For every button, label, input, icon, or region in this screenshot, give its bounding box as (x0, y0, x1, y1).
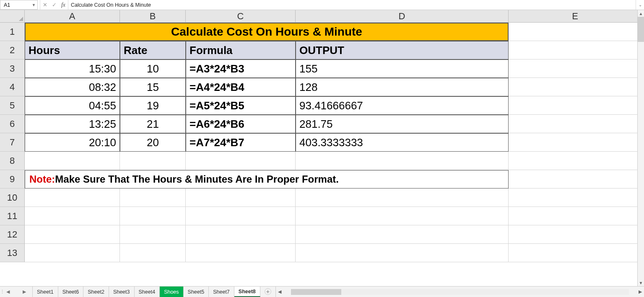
cell[interactable] (296, 152, 509, 170)
formula-bar-input[interactable]: Calculate Cost On Hours & Minute (68, 0, 636, 10)
scroll-down-icon[interactable]: ▼ (638, 279, 644, 286)
cell-output[interactable]: 403.3333333 (296, 133, 509, 152)
row-header[interactable]: 2 (0, 41, 25, 59)
row-header[interactable]: 9 (0, 170, 25, 189)
cell-hours[interactable]: 04:55 (25, 96, 120, 115)
enter-icon[interactable]: ✓ (49, 0, 59, 10)
cell[interactable] (120, 207, 186, 225)
cell[interactable] (296, 189, 509, 207)
scroll-track[interactable] (638, 17, 644, 279)
sheet-tab[interactable]: Shoes (160, 287, 183, 297)
scroll-thumb[interactable] (291, 289, 341, 295)
row-header[interactable]: 3 (0, 59, 25, 78)
cell[interactable] (25, 152, 120, 170)
sheet-tab[interactable]: Sheet1 (33, 287, 58, 297)
cell-formula[interactable]: =A6*24*B6 (186, 115, 296, 133)
fx-icon[interactable]: fx (59, 0, 68, 10)
scroll-up-icon[interactable]: ▲ (638, 10, 644, 17)
cell-rate[interactable]: 10 (120, 59, 186, 78)
cell[interactable] (509, 96, 642, 115)
horizontal-scrollbar[interactable]: ⋮ ◀ ▶ (275, 287, 644, 297)
cell[interactable] (25, 207, 120, 225)
add-sheet-icon[interactable]: + (265, 288, 271, 295)
sheet-tab[interactable]: Sheet2 (83, 287, 109, 297)
cell[interactable] (120, 225, 186, 244)
cell[interactable] (509, 78, 642, 96)
vertical-scrollbar[interactable]: ▲ ▼ (637, 10, 644, 286)
cell-output[interactable]: 93.41666667 (296, 96, 509, 115)
cell[interactable] (120, 244, 186, 262)
cell-formula[interactable]: =A5*24*B5 (186, 96, 296, 115)
cell[interactable] (296, 207, 509, 225)
cell[interactable] (25, 225, 120, 244)
cell[interactable] (509, 115, 642, 133)
cell[interactable] (509, 59, 642, 78)
row-header[interactable]: 12 (0, 225, 25, 244)
cell-formula[interactable]: =A7*24*B7 (186, 133, 296, 152)
row-header[interactable]: 11 (0, 207, 25, 225)
cell[interactable] (509, 207, 642, 225)
sheet-tab[interactable]: Sheet4 (135, 287, 160, 297)
expand-formula-bar-icon[interactable]: ⌄ (636, 0, 644, 10)
cell-rate[interactable]: 19 (120, 96, 186, 115)
row-header[interactable]: 6 (0, 115, 25, 133)
cell[interactable] (509, 189, 642, 207)
tab-nav-next-icon[interactable]: ▶ (23, 289, 26, 294)
row-header[interactable]: 8 (0, 152, 25, 170)
col-header-c[interactable]: C (186, 10, 296, 22)
cell-rate[interactable]: 20 (120, 133, 186, 152)
row-header[interactable]: 4 (0, 78, 25, 96)
cell-rate[interactable]: 21 (120, 115, 186, 133)
cell-formula[interactable]: =A3*24*B3 (186, 59, 296, 78)
cell-formula[interactable]: =A4*24*B4 (186, 78, 296, 96)
row-header[interactable]: 10 (0, 189, 25, 207)
tab-split-handle[interactable]: ⋮ (0, 289, 4, 294)
cell-output[interactable]: 128 (296, 78, 509, 96)
sheet-tab[interactable]: Sheet7 (209, 287, 234, 297)
header-formula[interactable]: Formula (186, 41, 296, 59)
cell[interactable] (509, 244, 642, 262)
cell[interactable] (296, 225, 509, 244)
tab-nav-prev-icon[interactable]: ◀ (6, 289, 10, 294)
cell-hours[interactable]: 20:10 (25, 133, 120, 152)
sheet-tab[interactable]: Sheet6 (58, 287, 84, 297)
sheet-tab-active[interactable]: Sheet8 (234, 287, 260, 297)
cell[interactable] (186, 225, 296, 244)
cell[interactable] (186, 189, 296, 207)
col-header-e[interactable]: E (509, 10, 642, 22)
cell-hours[interactable]: 08:32 (25, 78, 120, 96)
cell[interactable] (25, 244, 120, 262)
scroll-track[interactable] (291, 289, 629, 295)
chevron-down-icon[interactable]: ▼ (32, 3, 36, 7)
cell[interactable] (186, 207, 296, 225)
cell[interactable] (186, 244, 296, 262)
title-cell[interactable]: Calculate Cost On Hours & Minute (25, 23, 509, 41)
row-header[interactable]: 7 (0, 133, 25, 152)
cell[interactable] (509, 41, 642, 59)
scroll-right-icon[interactable]: ▶ (636, 289, 644, 294)
note-cell[interactable]: Note: Make Sure That The Hours & Minutes… (25, 170, 509, 189)
cell[interactable] (186, 152, 296, 170)
cell-output[interactable]: 281.75 (296, 115, 509, 133)
header-output[interactable]: OUTPUT (296, 41, 509, 59)
cell[interactable] (120, 152, 186, 170)
cell-hours[interactable]: 15:30 (25, 59, 120, 78)
select-all-corner[interactable] (0, 10, 25, 22)
cell[interactable] (120, 189, 186, 207)
cell[interactable] (509, 152, 642, 170)
name-box[interactable]: A1 ▼ (0, 0, 38, 10)
row-header[interactable]: 5 (0, 96, 25, 115)
cell-rate[interactable]: 15 (120, 78, 186, 96)
cell[interactable] (509, 225, 642, 244)
header-rate[interactable]: Rate (120, 41, 186, 59)
header-hours[interactable]: Hours (25, 41, 120, 59)
scroll-left-icon[interactable]: ◀ (276, 289, 283, 294)
row-header[interactable]: 1 (0, 23, 25, 41)
cell-output[interactable]: 155 (296, 59, 509, 78)
cell[interactable] (25, 189, 120, 207)
cell[interactable] (296, 244, 509, 262)
cell[interactable] (509, 23, 642, 41)
col-header-a[interactable]: A (25, 10, 120, 22)
col-header-b[interactable]: B (120, 10, 186, 22)
cancel-icon[interactable]: ✕ (40, 0, 49, 10)
